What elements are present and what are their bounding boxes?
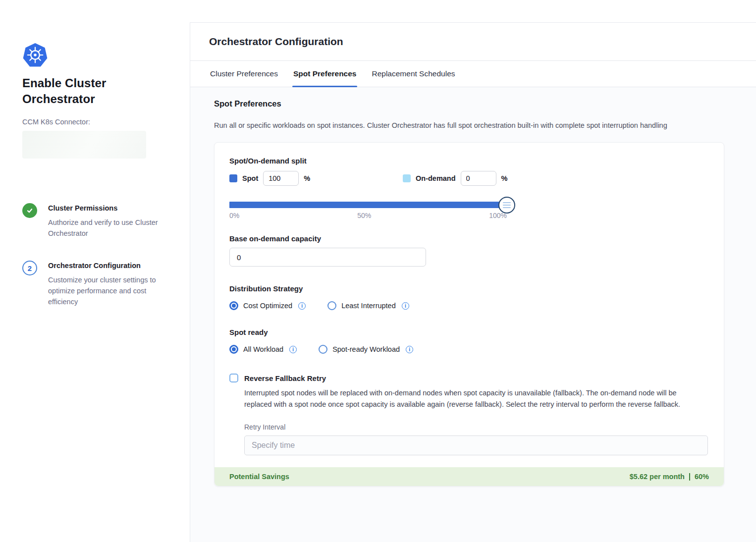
section-description: Run all or specific workloads on spot in…	[214, 121, 724, 129]
option-label: All Workload	[243, 345, 283, 353]
distribution-strategy-label: Distribution Strategy	[229, 284, 709, 293]
radio-selected-icon[interactable]	[229, 345, 238, 354]
tab-cluster-preferences[interactable]: Cluster Preferences	[209, 61, 279, 87]
reverse-fallback-description: Interrupted spot nodes will be replaced …	[244, 387, 705, 410]
spot-percent-unit: %	[304, 174, 310, 182]
slider-tick-labels: 0% 50% 100%	[229, 212, 507, 219]
spot-legend-group: Spot %	[229, 171, 403, 186]
step-cluster-permissions: Cluster Permissions Authorize and verify…	[22, 204, 170, 239]
on-demand-legend-group: On-demand %	[403, 171, 507, 186]
potential-savings-banner: Potential Savings $5.62 per month 60%	[215, 467, 724, 486]
option-all-workload[interactable]: All Workload	[229, 345, 297, 354]
distribution-strategy-options: Cost Optimized Least Interrupted	[229, 301, 709, 310]
page-title: Orchestrator Configuration	[209, 36, 756, 48]
connector-label: CCM K8s Connector:	[22, 118, 170, 126]
reverse-fallback-checkbox[interactable]	[229, 374, 238, 382]
tick-0: 0%	[229, 212, 239, 219]
sidebar: Enable Cluster Orchestrator CCM K8s Conn…	[0, 0, 190, 542]
step-number-badge: 2	[22, 261, 37, 275]
step-title: Orchestrator Configuration	[48, 262, 167, 270]
retry-interval-input[interactable]	[244, 435, 708, 455]
spot-ready-label: Spot ready	[229, 328, 709, 336]
main-header: Orchestrator Configuration	[190, 23, 756, 61]
savings-amount: $5.62 per month	[630, 473, 685, 481]
reverse-fallback-label: Reverse Fallback Retry	[244, 374, 326, 382]
tab-bar: Cluster Preferences Spot Preferences Rep…	[190, 61, 756, 87]
tab-content: Spot Preferences Run all or specific wor…	[190, 87, 756, 542]
info-icon[interactable]	[406, 346, 413, 353]
step-description: Customize your cluster settings to optim…	[48, 275, 167, 307]
section-heading: Spot Preferences	[214, 99, 724, 108]
tick-50: 50%	[357, 212, 371, 219]
radio-icon[interactable]	[319, 345, 327, 354]
spot-label: Spot	[242, 174, 258, 182]
main-panel: Orchestrator Configuration Cluster Prefe…	[190, 22, 756, 542]
step-orchestrator-configuration: 2 Orchestrator Configuration Customize y…	[22, 262, 170, 307]
spot-preferences-card: Spot/On-demand split Spot % On-demand	[214, 142, 724, 487]
on-demand-percent-input[interactable]	[461, 171, 496, 186]
potential-savings-label: Potential Savings	[229, 473, 289, 481]
radio-selected-icon[interactable]	[229, 301, 238, 310]
info-icon[interactable]	[289, 346, 297, 353]
spot-ready-options: All Workload Spot-ready Workload	[229, 345, 709, 354]
spot-swatch-icon	[229, 174, 237, 182]
savings-percent: 60%	[695, 473, 709, 481]
base-capacity-input[interactable]	[229, 248, 426, 267]
sidebar-title: Enable Cluster Orchestrator	[22, 75, 146, 107]
reverse-fallback-row: Reverse Fallback Retry	[229, 374, 709, 382]
spot-split-slider: 0% 50% 100%	[229, 202, 507, 219]
option-label: Least Interrupted	[341, 302, 396, 310]
split-label: Spot/On-demand split	[229, 157, 709, 165]
slider-handle-icon[interactable]	[498, 197, 515, 214]
page: Enable Cluster Orchestrator CCM K8s Conn…	[0, 0, 756, 542]
retry-interval-field: Retry Interval	[244, 423, 709, 455]
radio-icon[interactable]	[327, 301, 336, 310]
slider-track[interactable]	[229, 202, 507, 208]
spot-percent-input[interactable]	[263, 171, 299, 186]
info-icon[interactable]	[402, 302, 409, 310]
option-cost-optimized[interactable]: Cost Optimized	[229, 301, 306, 310]
step-description: Authorize and verify to use Cluster Orch…	[48, 217, 167, 239]
option-label: Spot-ready Workload	[332, 345, 400, 353]
split-legend: Spot % On-demand %	[229, 171, 709, 186]
savings-separator	[689, 473, 690, 481]
option-spot-ready-workload[interactable]: Spot-ready Workload	[319, 345, 413, 354]
option-label: Cost Optimized	[243, 302, 292, 310]
on-demand-percent-unit: %	[501, 174, 508, 182]
tab-spot-preferences[interactable]: Spot Preferences	[292, 61, 358, 87]
on-demand-swatch-icon	[403, 174, 411, 182]
option-least-interrupted[interactable]: Least Interrupted	[327, 301, 409, 310]
on-demand-label: On-demand	[416, 174, 456, 182]
step-complete-check-icon	[22, 203, 37, 218]
connector-name-redacted	[22, 131, 146, 159]
kubernetes-icon	[22, 43, 48, 67]
step-title: Cluster Permissions	[48, 204, 167, 212]
retry-interval-label: Retry Interval	[244, 423, 709, 431]
tab-replacement-schedules[interactable]: Replacement Schedules	[371, 61, 456, 87]
info-icon[interactable]	[298, 302, 306, 310]
base-capacity-label: Base on-demand capacity	[229, 234, 709, 243]
